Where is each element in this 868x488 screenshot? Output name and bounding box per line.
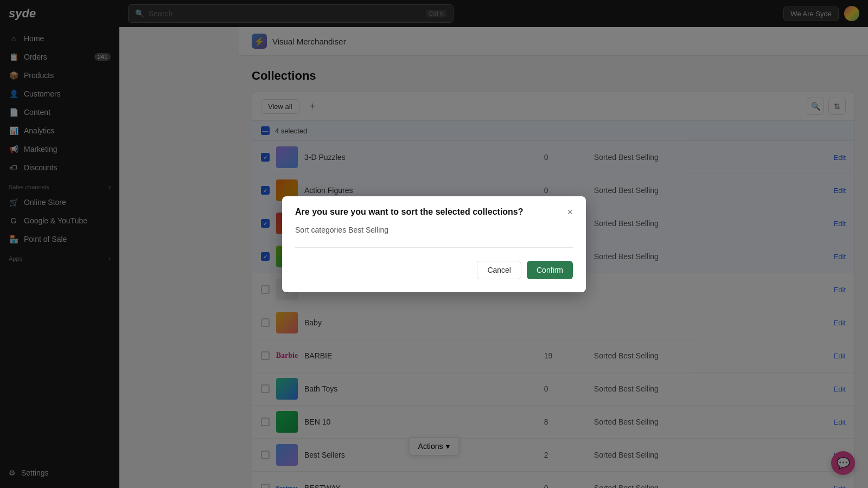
modal-close-button[interactable]: ×: [567, 207, 573, 217]
modal-divider: [295, 247, 573, 248]
modal-title: Are you sure you want to sort the select…: [295, 207, 567, 217]
cancel-button[interactable]: Cancel: [477, 261, 521, 279]
confirm-button[interactable]: Confirm: [527, 261, 573, 279]
modal-body: Sort categories Best Selling Cancel Conf…: [282, 226, 586, 292]
modal-footer: Cancel Confirm: [295, 259, 573, 279]
modal-overlay[interactable]: Are you sure you want to sort the select…: [0, 0, 868, 488]
modal-description: Sort categories Best Selling: [295, 226, 573, 234]
modal-header: Are you sure you want to sort the select…: [282, 196, 586, 226]
confirm-modal: Are you sure you want to sort the select…: [282, 196, 586, 292]
